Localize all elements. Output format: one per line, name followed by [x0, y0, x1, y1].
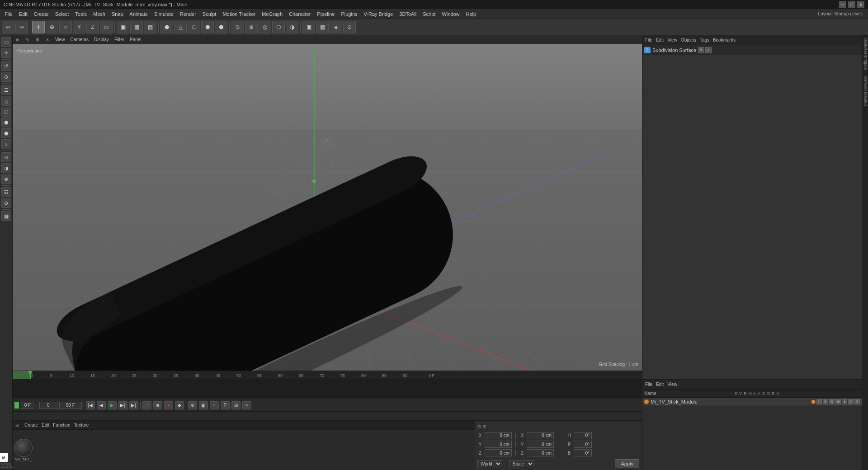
y-axis-button[interactable]: Y [73, 21, 85, 33]
menu-animate[interactable]: Animate [127, 10, 151, 18]
scale-tool-button[interactable]: ⊕ [46, 21, 58, 33]
brp-menu-view[interactable]: View [667, 382, 677, 387]
b-input[interactable] [574, 449, 592, 456]
obj-icon-btn-5[interactable]: ◈ [842, 399, 847, 404]
pb-mode-6[interactable]: ≡ [242, 401, 251, 409]
scale-dropdown[interactable]: Scale [509, 460, 534, 467]
viewport-lock-icon[interactable]: ⊞ [35, 37, 40, 42]
viewport-move-icon[interactable]: ⊕ [15, 37, 20, 42]
render-region-button[interactable]: ▣ [117, 21, 129, 33]
mat-thumbnail[interactable] [14, 439, 33, 457]
loop-button[interactable]: ↺ [142, 401, 151, 409]
left-plus-circle-tool[interactable]: ⊕ [1, 198, 11, 208]
viewport-info-icon[interactable]: ✕ [45, 37, 50, 42]
step-back-button[interactable]: ◀ [97, 401, 106, 409]
x-rot-input[interactable] [527, 432, 554, 439]
key-button[interactable]: ◆ [175, 401, 184, 409]
obj-icon-btn-2[interactable]: ⊟ [823, 399, 828, 404]
menu-3dtoall[interactable]: 3DToAll [396, 10, 419, 18]
left-rotate-tool[interactable]: ↺ [1, 61, 11, 71]
obj-icon-btn-1[interactable]: □ [816, 399, 822, 404]
menu-file[interactable]: File [2, 10, 15, 18]
mat-menu-create[interactable]: Create [24, 423, 38, 428]
menu-pipeline[interactable]: Pipeline [314, 10, 337, 18]
table-row[interactable]: Mi_TV_Stick_Module □ ⊟ ⊠ ▦ ◈ ⊡ ⊟ K [642, 398, 868, 406]
menu-character[interactable]: Character [286, 10, 313, 18]
viewport-menu-filter[interactable]: Filter [114, 37, 124, 42]
om-menu-file[interactable]: File [645, 38, 652, 42]
goto-end-button[interactable]: ▶| [129, 401, 138, 409]
frame-input[interactable] [39, 402, 57, 409]
left-hex-tool-2[interactable]: ⬢ [1, 118, 11, 127]
left-half-circle-tool[interactable]: ◑ [1, 163, 11, 173]
z-rot-input[interactable] [527, 449, 554, 456]
polygon-mode-button[interactable]: ⬡ [188, 21, 200, 33]
goto-start-button[interactable]: |◀ [86, 401, 95, 409]
texture-mode-button[interactable]: ◎ [259, 21, 271, 33]
menu-sculpt[interactable]: Sculpt [200, 10, 219, 18]
z-pos-input[interactable] [485, 449, 512, 456]
om-menu-tags[interactable]: Tags [700, 38, 709, 42]
rect-button[interactable]: ▭ [100, 21, 113, 33]
mat-menu-edit[interactable]: Edit [42, 423, 49, 428]
redo-button[interactable]: ↪ [15, 21, 28, 33]
solo-button[interactable]: ◑ [286, 21, 298, 33]
undo-button[interactable]: ↩ [2, 21, 14, 33]
menu-edit[interactable]: Edit [16, 10, 30, 18]
grid-button[interactable]: ▣ [302, 21, 315, 33]
render-active-view-button[interactable]: ▤ [144, 21, 156, 33]
attr-manager-tab[interactable]: Attribute Manager [862, 35, 868, 73]
restore-button[interactable]: □ [848, 1, 855, 8]
menu-window[interactable]: Window [439, 10, 462, 18]
menu-snap[interactable]: Snap [109, 10, 126, 18]
left-scale-tool[interactable]: ⊕ [1, 72, 11, 82]
menu-create[interactable]: Create [31, 10, 52, 18]
menu-plugins[interactable]: Plugins [338, 10, 360, 18]
pb-mode-3[interactable]: ○ [210, 401, 219, 409]
mat-menu-function[interactable]: Function [53, 423, 70, 428]
menu-simulate[interactable]: Simulate [151, 10, 176, 18]
y-pos-input[interactable] [485, 441, 512, 448]
viewport-eye-icon[interactable]: ✎ [25, 37, 30, 42]
p-input[interactable] [574, 441, 592, 448]
viewport-menu-view[interactable]: View [55, 37, 65, 42]
play-button[interactable]: ▶ [108, 401, 117, 409]
obj-icon-circle[interactable] [811, 400, 816, 404]
pb-mode-1[interactable]: ⊕ [188, 401, 197, 409]
workplane-button[interactable]: ⬡ [272, 21, 285, 33]
edge-mode-button[interactable]: △ [174, 21, 187, 33]
tweak-mode-button[interactable]: ⬣ [215, 21, 227, 33]
left-create-tool[interactable]: ✛ [1, 48, 11, 58]
left-x-tool[interactable]: ⊗ [1, 174, 11, 184]
viewport-menu-panel[interactable]: Panel [130, 37, 142, 42]
menu-render[interactable]: Render [177, 10, 199, 18]
viewport-3d[interactable]: X Y Z Perspective Grid Spacing : 1 cm [13, 44, 642, 371]
left-grid2-tool[interactable]: ▦ [1, 211, 11, 221]
left-brush-tool[interactable]: ☰ [1, 85, 11, 95]
frame-end-input[interactable] [59, 402, 82, 409]
menu-mograph[interactable]: MoGraph [259, 10, 285, 18]
record-button[interactable]: ● [164, 401, 173, 409]
brp-menu-file[interactable]: File [645, 382, 652, 387]
isoparm-button[interactable]: ⊙ [343, 21, 356, 33]
left-hex-tool-1[interactable]: ⬡ [1, 107, 11, 117]
playhead[interactable] [30, 371, 31, 379]
left-circle-tool[interactable]: ⊙ [1, 152, 11, 162]
om-menu-edit[interactable]: Edit [656, 38, 664, 42]
left-hex-tool-3[interactable]: ⬣ [1, 128, 11, 138]
menu-mesh[interactable]: Mesh [90, 10, 108, 18]
auto-key-button[interactable]: ⏺ [153, 401, 162, 409]
snap-button[interactable]: S [231, 21, 244, 33]
x-pos-input[interactable] [485, 432, 512, 439]
menu-tools[interactable]: Tools [72, 10, 90, 18]
apply-button[interactable]: Apply [615, 459, 639, 468]
brp-menu-edit[interactable]: Edit [656, 382, 664, 387]
object-props-button[interactable]: ▦ [316, 21, 329, 33]
subdiv-edit-btn[interactable]: ✎ [698, 47, 704, 53]
smooth-shade-button[interactable]: ◈ [330, 21, 342, 33]
left-move-tool[interactable]: ▭ [1, 37, 11, 47]
obj-icon-btn-6[interactable]: ⊡ [848, 399, 854, 404]
left-triangle-tool[interactable]: △ [1, 96, 11, 106]
obj-icon-btn-4[interactable]: ▦ [835, 399, 841, 404]
viewport-menu-display[interactable]: Display [94, 37, 109, 42]
